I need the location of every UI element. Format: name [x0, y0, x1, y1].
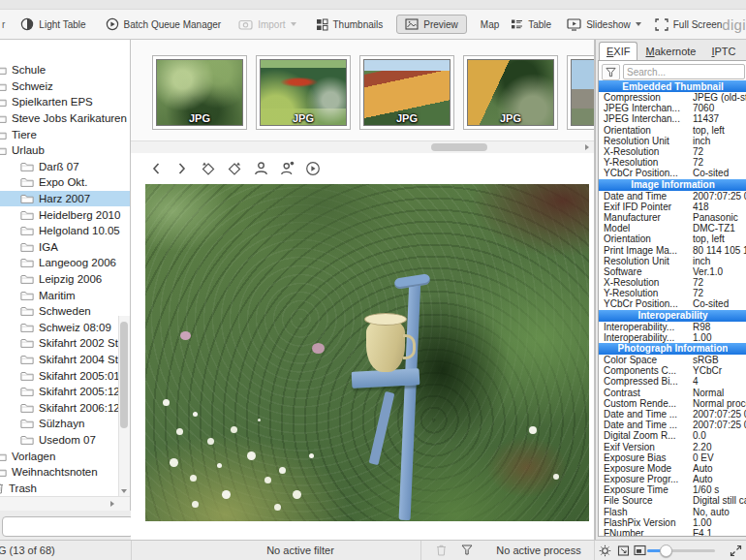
metadata-row[interactable]: Exposure Progr... Auto: [599, 474, 746, 484]
metadata-row[interactable]: Print Image Ma... 80 114 105 11: [599, 244, 746, 255]
album-item[interactable]: Maritim: [0, 287, 130, 303]
metadata-row[interactable]: Exposure Bias 0 EV: [599, 452, 746, 463]
metadata-row[interactable]: Model DMC-TZ1: [599, 223, 746, 233]
metadata-row[interactable]: Exif IFD Pointer 418: [599, 202, 746, 212]
metadata-row[interactable]: Flash No, auto: [599, 507, 746, 517]
album-item[interactable]: Expo Okt.: [0, 174, 130, 191]
table-button[interactable]: Table: [511, 18, 551, 30]
metadata-row[interactable]: Contrast Normal: [599, 388, 746, 398]
thumbnail[interactable]: JPG: [256, 55, 351, 130]
thumb-size-icon[interactable]: [634, 544, 646, 556]
metadata-row[interactable]: Custom Rende... Normal proces: [599, 398, 746, 409]
slideshow-button[interactable]: Slideshow: [567, 18, 641, 31]
thumbbar-scrollbar[interactable]: [131, 140, 594, 154]
metadata-row[interactable]: Components C... YCbCr: [599, 365, 746, 376]
metadata-row[interactable]: Interoperability: [599, 310, 746, 322]
scrollbar-thumb[interactable]: [120, 322, 128, 428]
album-item[interactable]: Steve Jobs Karikaturen: [0, 110, 130, 127]
expand-icon[interactable]: [730, 544, 742, 557]
album-item[interactable]: Harz 2007: [0, 191, 130, 207]
add-face-tag-button[interactable]: [278, 160, 295, 177]
metadata-row[interactable]: File Source Digital still ca: [599, 495, 746, 506]
album-item[interactable]: Spielkarten EPS: [0, 94, 130, 110]
album-item[interactable]: Skifahrt 2004 St. M.: [0, 352, 130, 368]
scroll-right-arrow-icon[interactable]: [110, 501, 114, 507]
album-item[interactable]: Skifahrt 2005:01 Ziller: [0, 367, 130, 384]
thumbnail[interactable]: JPG: [567, 55, 595, 130]
sidebar-horizontal-scrollbar[interactable]: [0, 496, 130, 511]
album-item[interactable]: Weihnachtsnoten: [0, 464, 130, 481]
metadata-row[interactable]: Date and Time ... 2007:07:25 0: [599, 409, 746, 420]
metadata-row[interactable]: YCbCr Position... Co-sited: [599, 298, 746, 309]
light-table-button[interactable]: Light Table: [20, 17, 85, 31]
album-item[interactable]: Skifahrt 2002 St. M.: [0, 335, 130, 352]
album-item[interactable]: Tiere: [0, 126, 130, 142]
metadata-row[interactable]: Software Ver.1.0: [599, 266, 746, 277]
album-item[interactable]: Trash: [0, 480, 130, 496]
back-button[interactable]: [147, 160, 165, 177]
metadata-row[interactable]: JPEG Interchan... 7060: [599, 103, 746, 113]
sidebar-vertical-scrollbar[interactable]: [118, 316, 130, 496]
album-item[interactable]: Urlaub: [0, 142, 130, 159]
filter-funnel-icon[interactable]: [461, 544, 473, 555]
thumbnail[interactable]: JPG: [359, 55, 454, 130]
scroll-down-arrow-icon[interactable]: [121, 489, 127, 493]
album-item[interactable]: Schweiz 08:09: [0, 320, 130, 336]
metadata-row[interactable]: X-Resolution 72: [599, 277, 746, 288]
album-item[interactable]: Usedom 07: [0, 432, 130, 449]
metadata-row[interactable]: Orientation top, left: [599, 233, 746, 244]
filter-funnel-button[interactable]: [602, 64, 620, 80]
metadata-row[interactable]: Exposure Time 1/60 s: [599, 484, 746, 495]
metadata-tab[interactable]: IPTC: [703, 42, 743, 61]
metadata-row[interactable]: Manufacturer Panasonic: [599, 212, 746, 223]
scrollbar-thumb[interactable]: [431, 143, 487, 151]
metadata-row[interactable]: Y-Resolution 72: [599, 157, 746, 168]
album-item[interactable]: Helgoland 10.05: [0, 223, 130, 239]
face-tags-button[interactable]: [252, 160, 269, 177]
preview-button[interactable]: Preview: [396, 15, 467, 34]
metadata-row[interactable]: Compressed Bi... 4: [599, 376, 746, 387]
scroll-right-arrow-icon[interactable]: [585, 144, 589, 150]
zoom-slider[interactable]: [647, 549, 715, 552]
full-screen-button[interactable]: Full Screen: [655, 18, 723, 31]
metadata-row[interactable]: Embedded Thumbnail: [599, 80, 746, 92]
rotate-right-button[interactable]: [226, 160, 243, 177]
metadata-tab[interactable]: EXIF: [599, 42, 637, 61]
thumbnail[interactable]: JPG: [152, 55, 247, 130]
metadata-row[interactable]: Date and Time ... 2007:07:25 0: [599, 420, 746, 430]
metadata-row[interactable]: Orientation top, left: [599, 125, 746, 136]
album-item[interactable]: Schweden: [0, 303, 130, 320]
metadata-row[interactable]: Y-Resolution 72: [599, 288, 746, 298]
play-circle-button[interactable]: [304, 160, 322, 177]
metadata-row[interactable]: FlashPix Version 1.00: [599, 517, 746, 528]
album-item[interactable]: Schweiz: [0, 78, 130, 95]
album-item[interactable]: IGA: [0, 239, 130, 256]
metadata-row[interactable]: Exif Version 2.20: [599, 441, 746, 451]
album-filter-input[interactable]: [2, 516, 134, 537]
album-item[interactable]: Darß 07: [0, 159, 130, 175]
metadata-row[interactable]: Photograph Information: [599, 343, 746, 355]
forward-button[interactable]: [173, 160, 191, 177]
rotate-left-button[interactable]: [200, 160, 217, 177]
slideshow-caret-icon[interactable]: [636, 22, 641, 26]
album-item[interactable]: Langeoog 2006: [0, 255, 130, 271]
metadata-row[interactable]: Interoperability... 1.00: [599, 332, 746, 343]
album-item[interactable]: Heidelberg 2010: [0, 206, 130, 223]
metadata-tab[interactable]: Makernote: [637, 42, 703, 61]
zoom-slider-handle[interactable]: [660, 544, 672, 557]
album-item[interactable]: Skifahrt 2005:12 St. M.: [0, 384, 130, 400]
metadata-row[interactable]: Interoperability... R98: [599, 322, 746, 332]
metadata-row[interactable]: Digital Zoom R... 0.0: [599, 430, 746, 441]
album-item[interactable]: Sülzhayn: [0, 416, 130, 432]
album-item[interactable]: Leipzig 2006: [0, 271, 130, 288]
zoom-100-icon[interactable]: [599, 544, 611, 557]
album-item[interactable]: Vorlagen: [0, 448, 130, 464]
fit-window-icon[interactable]: [617, 544, 630, 557]
metadata-row[interactable]: Resolution Unit inch: [599, 256, 746, 266]
metadata-row[interactable]: X-Resolution 72: [599, 146, 746, 157]
metadata-row[interactable]: Exposure Mode Auto: [599, 463, 746, 474]
metadata-row[interactable]: Date and Time 2007:07:25 0: [599, 191, 746, 202]
metadata-row[interactable]: Color Space sRGB: [599, 355, 746, 365]
cut-toolbar-item[interactable]: r: [2, 19, 5, 30]
thumbnail[interactable]: JPG: [463, 55, 558, 130]
